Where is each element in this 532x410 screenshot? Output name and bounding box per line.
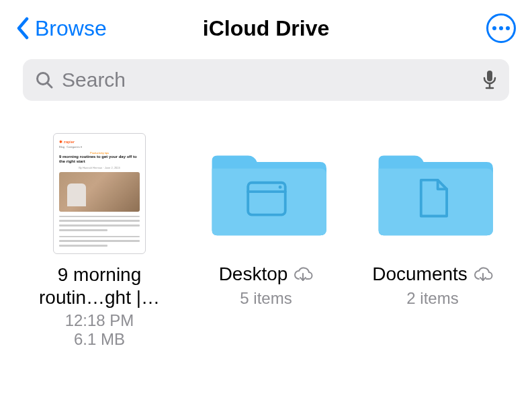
back-button[interactable]: Browse — [16, 16, 107, 41]
search-input[interactable] — [62, 69, 474, 91]
cloud-download-icon — [473, 266, 493, 282]
back-label: Browse — [35, 16, 107, 41]
chevron-left-icon — [16, 17, 30, 40]
folder-count: 5 items — [240, 289, 292, 308]
search-bar-container — [23, 59, 509, 101]
nav-bar: Browse iCloud Drive — [0, 0, 532, 51]
svg-line-1 — [48, 83, 52, 87]
more-button[interactable] — [486, 13, 516, 43]
file-time: 12:18 PM — [65, 311, 134, 330]
file-size: 6.1 MB — [74, 330, 125, 349]
file-thumbnail: ✱ zapier Blog Categories ▾ Productivity … — [39, 133, 160, 254]
file-name: 9 morning routin…ght |… — [39, 263, 160, 309]
folder-name: Desktop — [219, 263, 288, 285]
folder-count: 2 items — [406, 289, 458, 308]
cloud-download-icon — [293, 266, 313, 282]
svg-rect-2 — [487, 71, 492, 81]
folder-icon — [372, 133, 493, 254]
ellipsis-icon — [492, 26, 510, 30]
svg-point-7 — [279, 186, 282, 189]
folder-icon — [206, 133, 326, 254]
folder-item-documents[interactable]: Documents 2 items — [371, 133, 494, 308]
search-icon — [35, 71, 54, 89]
items-grid: ✱ zapier Blog Categories ▾ Productivity … — [0, 101, 532, 349]
folder-name: Documents — [372, 263, 468, 285]
search-bar[interactable] — [23, 59, 509, 101]
dictation-icon[interactable] — [482, 70, 497, 90]
file-item[interactable]: ✱ zapier Blog Categories ▾ Productivity … — [38, 133, 161, 349]
folder-item-desktop[interactable]: Desktop 5 items — [204, 133, 328, 308]
